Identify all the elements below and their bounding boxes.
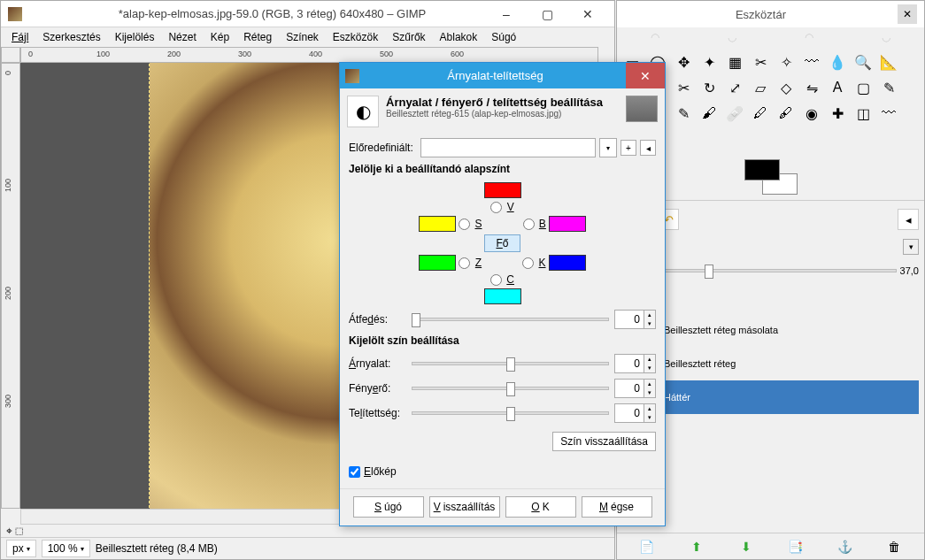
light-spinner[interactable] <box>614 379 644 398</box>
close-button[interactable]: ✕ <box>568 4 607 24</box>
sat-slider[interactable] <box>412 411 609 415</box>
radio-k[interactable]: K <box>522 257 545 269</box>
tool-shear[interactable]: ▱ <box>749 76 772 99</box>
radio-s[interactable]: S <box>459 218 482 230</box>
help-button[interactable]: Súgó <box>353 496 424 518</box>
tool-warp[interactable]: ✎ <box>877 76 900 99</box>
tool-paths[interactable]: 〰 <box>800 50 823 73</box>
tool-eraser[interactable]: 🩹 <box>723 102 746 125</box>
raise-layer-button[interactable]: ⬆ <box>687 537 706 556</box>
overlap-up[interactable]: ▴ <box>644 311 655 319</box>
tool-by-color[interactable]: ▦ <box>723 50 746 73</box>
tool-fuzzy-select[interactable]: ✦ <box>698 50 721 73</box>
fg-bg-swatch[interactable] <box>744 159 798 195</box>
minimize-button[interactable]: – <box>487 4 526 24</box>
tool-measure[interactable]: 📐 <box>877 50 900 73</box>
new-layer-button[interactable]: 📄 <box>637 537 657 556</box>
preset-add-button[interactable]: + <box>621 140 636 156</box>
menu-file[interactable]: Fájl <box>4 29 35 45</box>
tool-flip[interactable]: ⇋ <box>800 76 823 99</box>
overlap-row: Átfedés: ▴▾ <box>349 310 656 329</box>
radio-v[interactable]: V <box>490 201 513 213</box>
master-button[interactable]: FFőő <box>484 234 520 252</box>
tool-fg-select[interactable]: ✧ <box>775 50 798 73</box>
main-title-bar: *alap-kep-elmosas.jpg-59.0 (RGB, 3 réteg… <box>1 1 614 27</box>
menu-tools[interactable]: Eszközök <box>326 29 385 45</box>
ruler-corner[interactable] <box>1 47 20 63</box>
tool-pencil[interactable]: ✎ <box>672 102 695 125</box>
preview-row: Előkép <box>349 465 656 478</box>
dialog-heading: Árnyalat / fényerő / telítettség beállít… <box>386 96 619 109</box>
ruler-horizontal[interactable]: 0 100 200 300 400 500 600 <box>20 47 598 63</box>
lower-layer-button[interactable]: ⬇ <box>736 537 756 556</box>
menu-image[interactable]: Kép <box>204 29 236 45</box>
tool-scissors[interactable]: ✂ <box>749 50 772 73</box>
preview-checkbox[interactable] <box>349 466 360 478</box>
preset-input[interactable] <box>420 138 596 157</box>
preset-row: Előredefiniált: ▾ + ◂ <box>349 138 656 157</box>
menu-layer[interactable]: Réteg <box>236 29 279 45</box>
ok-button[interactable]: OK <box>505 496 576 518</box>
toolbox-close-button[interactable]: ✕ <box>898 4 917 24</box>
maximize-button[interactable]: ▢ <box>528 4 567 24</box>
radio-b[interactable]: B <box>523 218 546 230</box>
tool-ink[interactable]: 🖋 <box>775 102 798 125</box>
preset-menu-button[interactable]: ◂ <box>640 140 656 156</box>
menu-windows[interactable]: Ablakok <box>433 29 485 45</box>
swatch-blue <box>549 255 586 271</box>
tool-heal[interactable]: ✚ <box>826 102 849 125</box>
dialog-thumb <box>626 96 658 122</box>
preset-dropdown[interactable]: ▾ <box>599 138 617 157</box>
menu-edit[interactable]: Szerkesztés <box>35 29 107 45</box>
dialog-close-button[interactable]: ✕ <box>626 63 665 88</box>
menu-filters[interactable]: Szűrők <box>385 29 432 45</box>
ruler-vertical[interactable]: 0 100 200 300 <box>1 63 20 509</box>
tool-crop[interactable]: ✂ <box>672 76 695 99</box>
hue-spinner[interactable] <box>614 354 644 373</box>
tool-rotate[interactable]: ↻ <box>698 76 721 99</box>
overlap-spinner[interactable] <box>614 310 644 329</box>
tool-blur[interactable]: 〰 <box>877 102 900 125</box>
cancel-button[interactable]: Mégse <box>582 496 652 518</box>
unit-selector[interactable]: px▾ <box>6 540 36 557</box>
swatch-magenta <box>549 216 586 232</box>
reset-color-button[interactable]: Szín visszaállítása <box>552 432 656 451</box>
foreground-color[interactable] <box>744 159 780 180</box>
sat-label: Telítettség: <box>349 407 406 419</box>
menu-help[interactable]: Súgó <box>484 29 523 45</box>
menu-select[interactable]: Kijelölés <box>108 29 162 45</box>
tool-color-picker[interactable]: 💧 <box>826 50 849 73</box>
layer-item-1[interactable]: Beillesztett réteg <box>622 347 919 380</box>
menu-colors[interactable]: Színek <box>279 29 326 45</box>
dialog-title-bar[interactable]: Árnyalat-telítettség ✕ <box>340 63 665 88</box>
tool-airbrush[interactable]: 🖊 <box>749 102 772 125</box>
radio-z[interactable]: Z <box>459 257 482 269</box>
tool-paintbrush[interactable]: 🖌 <box>698 102 721 125</box>
delete-layer-button[interactable]: 🗑 <box>884 537 904 556</box>
tool-perspective[interactable]: ◇ <box>775 76 798 99</box>
zoom-selector[interactable]: 100 %▾ <box>42 540 90 557</box>
reset-button[interactable]: Visszaállítás <box>429 496 500 518</box>
layer-item-0[interactable]: Beillesztett réteg másolata <box>622 313 919 347</box>
tool-free-select[interactable]: ✥ <box>672 50 695 73</box>
tool-cage[interactable]: ▢ <box>852 76 875 99</box>
tool-scale[interactable]: ⤢ <box>723 76 746 99</box>
sat-spinner[interactable] <box>614 403 644 423</box>
light-slider[interactable] <box>412 387 609 390</box>
tab-menu-button[interactable]: ◂ <box>898 209 919 230</box>
mode-dropdown[interactable]: ▾ <box>903 239 919 255</box>
toolbox-title: Eszköztár <box>624 8 898 21</box>
radio-c[interactable]: C <box>490 273 514 286</box>
overlap-slider[interactable] <box>412 318 609 321</box>
anchor-layer-button[interactable]: ⚓ <box>835 537 854 556</box>
hue-slider[interactable] <box>412 362 609 365</box>
overlap-down[interactable]: ▾ <box>644 319 655 328</box>
tool-clone[interactable]: ◉ <box>800 102 823 125</box>
menu-view[interactable]: Nézet <box>161 29 203 45</box>
swatch-green <box>419 255 456 271</box>
layer-item-2[interactable]: Háttér <box>622 380 919 414</box>
duplicate-layer-button[interactable]: 📑 <box>785 537 805 556</box>
tool-text[interactable]: A <box>826 76 849 99</box>
tool-zoom[interactable]: 🔍 <box>852 50 875 73</box>
tool-perspective-clone[interactable]: ◫ <box>852 102 875 125</box>
